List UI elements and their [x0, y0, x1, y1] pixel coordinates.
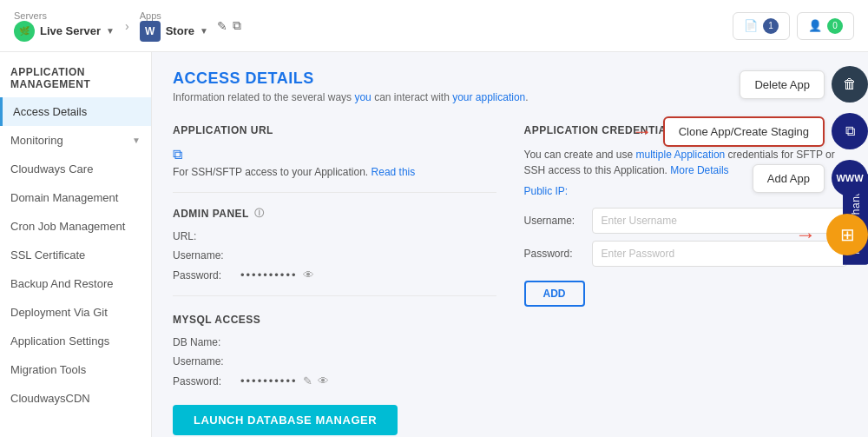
- users-icon: 👤: [808, 19, 822, 32]
- app-url-title: APPLICATION URL: [173, 124, 496, 136]
- delete-app-row: Delete App 🗑: [740, 66, 868, 103]
- sidebar-item-ssl[interactable]: SSL Certificate: [0, 241, 151, 269]
- sidebar-item-label: Cron Job Management: [10, 220, 125, 233]
- left-column: APPLICATION URL ⧉ For SSH/SFTP access to…: [173, 124, 496, 435]
- trash-icon: 🗑: [843, 76, 857, 92]
- password-display: •••••••••• 👁: [240, 268, 314, 281]
- mysql-username-row: Username:: [173, 355, 496, 367]
- sidebar-item-migration[interactable]: Migration Tools: [0, 355, 151, 384]
- apps-section: Apps W Store ▼: [140, 10, 208, 42]
- sidebar-item-monitoring[interactable]: Monitoring ▼: [0, 126, 151, 155]
- cred-password-label: Password:: [524, 248, 585, 260]
- sidebar-item-cdn[interactable]: CloudwaysCDN: [0, 384, 151, 413]
- sidebar-item-label: Backup And Restore: [10, 277, 114, 290]
- mysql-password-display: •••••••••• ✎ 👁: [240, 374, 329, 387]
- db-name-label: DB Name:: [173, 336, 233, 348]
- external-link-icon[interactable]: ⧉: [173, 147, 496, 162]
- sidebar-item-cloudways-care[interactable]: Cloudways Care: [0, 155, 151, 183]
- red-arrow-2-icon: →: [795, 222, 816, 247]
- app-url-section: ⧉ For SSH/SFTP access to your Applicatio…: [173, 147, 496, 178]
- red-arrow-icon: →: [632, 119, 653, 143]
- username-label: Username:: [173, 249, 233, 262]
- clone-app-row: → Clone App/Create Staging ⧉: [632, 113, 868, 149]
- clone-app-btn[interactable]: Clone App/Create Staging: [663, 116, 825, 147]
- clone-app-circle-btn[interactable]: ⧉: [832, 113, 868, 149]
- sidebar-title: Application Management: [0, 52, 151, 97]
- edit-app-icon[interactable]: ✎: [217, 19, 227, 33]
- sidebar-item-label: CloudwaysCDN: [10, 392, 90, 405]
- grid-btn[interactable]: ⊞: [826, 214, 868, 255]
- servers-section: Servers 🌿 Live Server ▼: [14, 10, 115, 42]
- your-app-link[interactable]: your application: [452, 91, 525, 103]
- topbar-actions: ✎ ⧉: [217, 18, 241, 33]
- delete-app-btn[interactable]: Delete App: [740, 70, 825, 99]
- sidebar-item-label: Application Settings: [10, 334, 109, 348]
- mysql-password-dots: ••••••••••: [240, 374, 298, 387]
- add-credentials-btn[interactable]: ADD: [524, 281, 585, 307]
- right-panel: Delete App 🗑 → Clone App/Create Staging …: [632, 52, 868, 269]
- mysql-title: MYSQL ACCESS: [173, 314, 496, 326]
- app-url-desc: For SSH/SFTP access to your Application.…: [173, 166, 496, 178]
- mysql-eye-icon[interactable]: 👁: [318, 374, 329, 387]
- add-app-btn[interactable]: Add App: [753, 164, 825, 193]
- sidebar-item-backup[interactable]: Backup And Restore: [0, 269, 151, 298]
- server-name: Live Server: [40, 24, 101, 37]
- grid-btn-row: → ⊞: [795, 214, 868, 255]
- sidebar-item-cron-job[interactable]: Cron Job Management: [0, 212, 151, 241]
- app-icon: W: [140, 21, 161, 42]
- url-label: URL:: [173, 230, 233, 242]
- files-btn[interactable]: 📄 1: [733, 12, 790, 40]
- sidebar-item-git[interactable]: Deployment Via Git: [0, 298, 151, 327]
- mysql-section: MYSQL ACCESS DB Name: Username: Password…: [173, 314, 496, 435]
- app-chevron-icon: ▼: [200, 26, 208, 36]
- cred-username-label: Username:: [524, 215, 585, 227]
- arrow-separator: ›: [125, 19, 129, 33]
- files-badge: 1: [763, 18, 779, 34]
- sidebar-item-label: Deployment Via Git: [10, 306, 108, 319]
- password-label: Password:: [173, 269, 233, 281]
- password-dots: ••••••••••: [240, 268, 298, 281]
- chevron-down-icon: ▼: [106, 26, 115, 36]
- app-name: Store: [166, 24, 194, 37]
- mysql-password-label: Password:: [173, 375, 233, 387]
- server-icon: 🌿: [14, 21, 35, 42]
- admin-username-row: Username:: [173, 249, 496, 262]
- files-icon: 📄: [744, 19, 758, 32]
- sidebar-item-label: Monitoring: [10, 134, 63, 147]
- delete-app-circle-btn[interactable]: 🗑: [832, 66, 868, 103]
- topbar: Servers 🌿 Live Server ▼ › Apps W Store ▼…: [0, 0, 868, 52]
- admin-url-row: URL:: [173, 230, 496, 242]
- edit-password-icon[interactable]: ✎: [303, 374, 312, 387]
- add-app-row: Add App WWW: [753, 160, 868, 196]
- grid-icon: ⊞: [840, 224, 855, 245]
- sidebar-item-access-details[interactable]: Access Details: [0, 97, 151, 126]
- sidebar-item-label: Access Details: [13, 105, 87, 118]
- sidebar-item-label: Cloudways Care: [10, 162, 93, 175]
- external-link-icon[interactable]: ⧉: [233, 18, 241, 33]
- topbar-right: 📄 1 👤 0: [733, 12, 854, 40]
- sidebar-item-domain-management[interactable]: Domain Management: [0, 183, 151, 212]
- info-icon[interactable]: ⓘ: [254, 207, 265, 220]
- eye-icon[interactable]: 👁: [303, 268, 314, 281]
- clone-icon: ⧉: [845, 123, 855, 139]
- server-select[interactable]: 🌿 Live Server ▼: [14, 21, 115, 42]
- read-this-link[interactable]: Read this: [372, 166, 416, 178]
- you-link[interactable]: you: [354, 91, 371, 103]
- db-name-row: DB Name:: [173, 336, 496, 348]
- admin-password-row: Password: •••••••••• 👁: [173, 268, 496, 281]
- add-app-circle-btn[interactable]: WWW: [832, 160, 868, 196]
- launch-db-btn[interactable]: LAUNCH DATABASE MANAGER: [173, 405, 398, 435]
- users-badge: 0: [827, 18, 843, 34]
- sidebar-item-label: SSL Certificate: [10, 248, 85, 262]
- sidebar-item-label: Domain Management: [10, 191, 118, 204]
- sidebar-item-app-settings[interactable]: Application Settings: [0, 327, 151, 355]
- mysql-password-row: Password: •••••••••• ✎ 👁: [173, 374, 496, 387]
- chevron-down-icon: ▼: [132, 136, 141, 145]
- users-btn[interactable]: 👤 0: [797, 12, 854, 40]
- sidebar: Application Management Access Details Mo…: [0, 0, 152, 437]
- mysql-username-label: Username:: [173, 355, 233, 367]
- www-icon: WWW: [836, 173, 863, 183]
- sidebar-item-label: Migration Tools: [10, 363, 86, 376]
- admin-panel-title: ADMIN PANEL ⓘ: [173, 207, 496, 220]
- app-select[interactable]: W Store ▼: [140, 21, 208, 42]
